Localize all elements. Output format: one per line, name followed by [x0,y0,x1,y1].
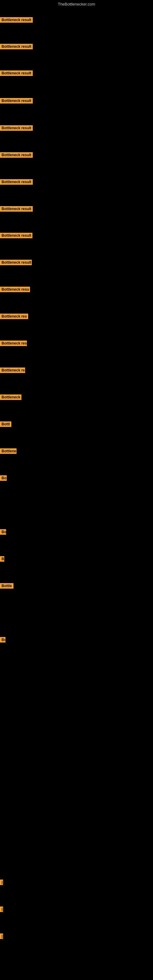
bottleneck-badge-1: Bottleneck result [0,17,33,23]
bottleneck-badge-34: | [0,907,3,912]
bottleneck-badge-15: Bottleneck [0,395,21,400]
bottleneck-badge-2: Bottleneck result [0,44,33,49]
bottleneck-badge-21: B [0,556,4,562]
bottleneck-badge-33: | [0,880,3,885]
bottleneck-badge-4: Bottleneck result [0,98,33,103]
bottleneck-badge-14: Bottleneck re [0,368,25,373]
bottleneck-badge-17: Bottlene [0,449,16,454]
site-title: TheBottlenecker.com [0,1,153,8]
bottleneck-badge-3: Bottleneck result [0,70,33,76]
bottleneck-badge-7: Bottleneck result [0,179,33,185]
bottleneck-badge-12: Bottleneck res [0,313,28,319]
bottleneck-badge-22: Bottle [0,583,13,589]
bottleneck-badge-10: Bottleneck result [0,260,32,265]
bottleneck-badge-18: Bo [0,475,7,481]
bottleneck-badge-8: Bottleneck result [0,206,33,212]
bottleneck-badge-5: Bottleneck result [0,125,33,131]
bottleneck-badge-16: Bottl [0,422,11,427]
bottleneck-badge-6: Bottleneck result [0,152,33,158]
bottleneck-badge-11: Bottleneck resu [0,286,30,292]
bottleneck-badge-24: Bo [0,637,5,643]
bottleneck-badge-13: Bottleneck res [0,340,27,346]
bottleneck-badge-9: Bottleneck result [0,233,32,238]
bottleneck-badge-35: | [0,934,3,939]
bottleneck-badge-20: Bo [0,529,6,535]
